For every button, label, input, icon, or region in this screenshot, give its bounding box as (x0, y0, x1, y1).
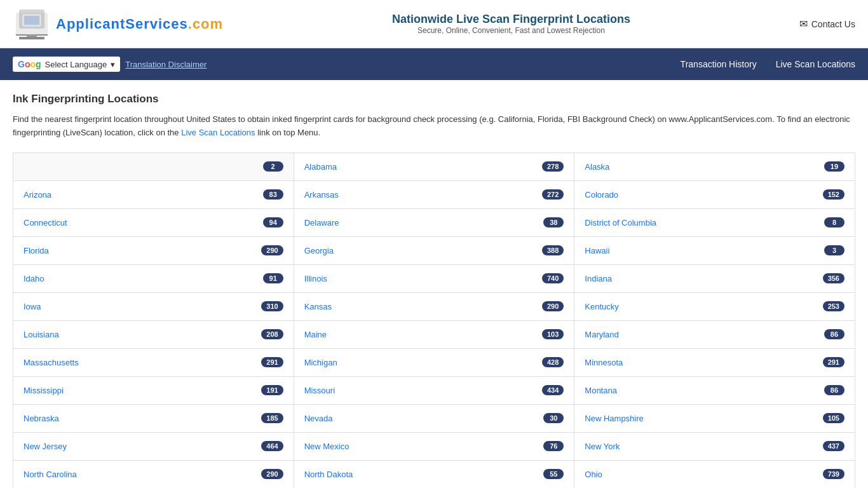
state-cell[interactable]: New York437 (574, 433, 855, 461)
state-name[interactable]: Alaska (585, 162, 609, 172)
logo-dotcom: .com (188, 16, 223, 32)
state-cell[interactable]: Georgia388 (294, 237, 575, 265)
state-name[interactable]: Florida (24, 246, 49, 255)
state-count-badge: 55 (543, 469, 564, 479)
state-name[interactable]: New Mexico (304, 442, 349, 451)
state-name[interactable]: New Jersey (24, 442, 67, 451)
state-name[interactable]: Mississippi (24, 386, 64, 395)
state-cell[interactable]: Mississippi191 (13, 377, 294, 405)
dropdown-arrow-icon: ▾ (111, 60, 115, 69)
state-name[interactable]: Louisiana (24, 330, 59, 339)
state-name[interactable]: Colorado (585, 190, 618, 200)
state-cell[interactable]: Florida290 (13, 237, 294, 265)
state-cell[interactable]: Ohio739 (574, 461, 855, 488)
contact-link[interactable]: Contact Us (811, 19, 855, 29)
state-name[interactable]: Iowa (24, 302, 41, 311)
state-count-badge: 30 (543, 413, 564, 423)
state-name[interactable]: Massachusetts (24, 358, 79, 367)
state-cell[interactable]: Connecticut94 (13, 209, 294, 237)
state-name[interactable]: Nebraska (24, 414, 59, 423)
state-count-badge: 310 (261, 301, 283, 311)
transaction-history-link[interactable]: Transaction History (681, 59, 757, 69)
state-count-badge: 86 (824, 385, 844, 395)
state-cell[interactable]: Arizona83 (13, 181, 294, 209)
state-cell[interactable]: New Mexico76 (294, 433, 575, 461)
state-name[interactable]: Nevada (304, 414, 333, 423)
state-cell[interactable]: Iowa310 (13, 293, 294, 321)
translation-disclaimer-link[interactable]: Translation Disclaimer (125, 60, 207, 69)
state-name[interactable]: Missouri (304, 386, 335, 395)
state-cell[interactable]: New Hampshire105 (574, 405, 855, 433)
state-name[interactable]: Michigan (304, 358, 337, 367)
state-name[interactable]: Kentucky (585, 302, 618, 311)
contact-area[interactable]: ✉ Contact Us (799, 18, 855, 30)
state-name[interactable]: Georgia (304, 246, 334, 255)
state-name[interactable]: Idaho (24, 274, 44, 283)
google-g-icon: Goog (18, 59, 41, 69)
state-cell[interactable]: Missouri434 (294, 377, 575, 405)
state-count-badge: 185 (261, 413, 283, 423)
state-name[interactable]: Hawaii (585, 246, 609, 255)
state-name[interactable]: Maryland (585, 330, 618, 339)
state-name[interactable]: Maine (304, 330, 327, 339)
state-count-badge: 740 (542, 273, 564, 283)
state-name[interactable]: Minnesota (585, 358, 623, 367)
livescan-link[interactable]: Live Scan Locations (181, 128, 255, 137)
site-header: ApplicantServices.com Nationwide Live Sc… (0, 0, 868, 48)
state-name[interactable]: North Carolina (24, 470, 77, 479)
state-name[interactable]: North Dakota (304, 470, 353, 479)
state-name[interactable]: Delaware (304, 218, 339, 227)
state-name[interactable]: Arkansas (304, 190, 339, 200)
state-cell[interactable]: Michigan428 (294, 349, 575, 377)
state-cell[interactable]: Minnesota291 (574, 349, 855, 377)
state-cell[interactable]: Hawaii3 (574, 237, 855, 265)
state-cell[interactable]: Arkansas272 (294, 181, 575, 209)
state-cell[interactable]: Indiana356 (574, 265, 855, 293)
state-count-badge: 76 (543, 441, 564, 451)
state-name[interactable]: Montana (585, 386, 617, 395)
state-cell[interactable]: District of Columbia8 (574, 209, 855, 237)
state-count-badge: 290 (542, 301, 564, 311)
logo-services: Services (125, 16, 188, 32)
state-cell[interactable]: North Dakota55 (294, 461, 575, 488)
google-translate-widget[interactable]: Goog Select Language ▾ (13, 57, 120, 72)
state-cell[interactable]: Kentucky253 (574, 293, 855, 321)
select-language-label: Select Language (45, 60, 107, 69)
state-name[interactable]: Ohio (585, 470, 602, 479)
site-title: Nationwide Live Scan Fingerprint Locatio… (392, 13, 630, 26)
state-name[interactable]: Indiana (585, 274, 612, 283)
state-cell[interactable]: Maine103 (294, 321, 575, 349)
state-cell[interactable]: Alabama278 (294, 153, 575, 181)
state-cell[interactable]: Delaware38 (294, 209, 575, 237)
state-cell[interactable]: Colorado152 (574, 181, 855, 209)
state-cell[interactable]: Nevada30 (294, 405, 575, 433)
state-cell[interactable]: Alaska19 (574, 153, 855, 181)
navbar: Goog Select Language ▾ Translation Discl… (0, 48, 868, 80)
state-name[interactable]: New Hampshire (585, 414, 643, 423)
state-count-badge: 103 (542, 329, 564, 339)
state-cell[interactable]: North Carolina290 (13, 461, 294, 488)
state-name[interactable]: District of Columbia (585, 218, 656, 227)
state-name[interactable]: New York (585, 442, 620, 451)
state-name[interactable]: Illinois (304, 274, 327, 283)
state-cell[interactable]: Montana86 (574, 377, 855, 405)
state-name[interactable]: Kansas (304, 302, 332, 311)
state-cell[interactable]: Idaho91 (13, 265, 294, 293)
state-cell[interactable]: Nebraska185 (13, 405, 294, 433)
state-name[interactable]: Alabama (304, 162, 337, 172)
state-name[interactable]: Connecticut (24, 218, 67, 227)
state-name[interactable]: Arizona (24, 190, 51, 200)
state-count-badge: 291 (823, 357, 844, 367)
logo: ApplicantServices.com (13, 6, 223, 41)
state-cell[interactable]: New Jersey464 (13, 433, 294, 461)
state-count-badge: 191 (261, 385, 283, 395)
main-content: Ink Fingerprinting Locations Find the ne… (0, 80, 868, 488)
state-cell[interactable]: Massachusetts291 (13, 349, 294, 377)
state-cell[interactable]: Maryland86 (574, 321, 855, 349)
state-cell[interactable]: Illinois740 (294, 265, 575, 293)
description-text-1: Find the nearest fingerprint location th… (13, 114, 850, 137)
live-scan-locations-link[interactable]: Live Scan Locations (776, 59, 855, 69)
state-cell[interactable]: Kansas290 (294, 293, 575, 321)
state-cell[interactable]: Louisiana208 (13, 321, 294, 349)
state-count-badge: 152 (823, 189, 844, 200)
